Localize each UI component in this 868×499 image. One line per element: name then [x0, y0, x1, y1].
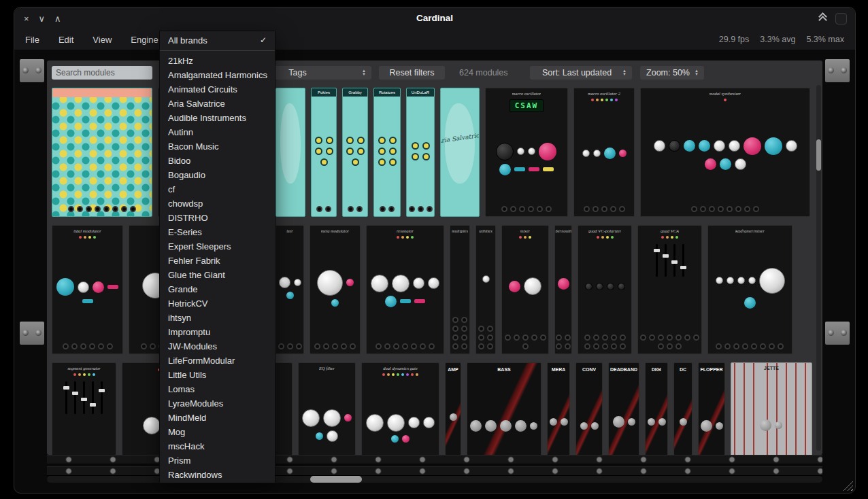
knob-icon [482, 275, 490, 283]
module-preview-dual-dynamics-gate[interactable]: dual dynamics gate [361, 362, 439, 455]
brand-menu-item-ihtsyn[interactable]: ihtsyn [160, 311, 275, 325]
brand-menu-item-impromptu[interactable]: Impromptu [160, 325, 275, 339]
module-preview-macro-oscillator-2[interactable]: macro oscillator 2 [573, 88, 635, 217]
brand-menu-item-glue-the-giant[interactable]: Glue the Giant [160, 268, 275, 282]
module-preview-tidal-modulator[interactable]: tidal modulator [52, 225, 123, 354]
module-preview-rotatoes[interactable]: Rotatoes [373, 88, 401, 217]
port-icon [350, 343, 356, 349]
port-icon [411, 343, 417, 349]
module-preview-izer[interactable]: izer [276, 225, 304, 354]
brand-menu-item-audible-instruments[interactable]: Audible Instruments [160, 111, 275, 125]
brand-menu-item-cf[interactable]: cf [160, 182, 275, 196]
brand-menu-item-aria-salvatrice[interactable]: Aria Salvatrice [160, 97, 275, 111]
brand-menu-item-jw-modules[interactable]: JW-Modules [160, 339, 275, 354]
maximize-button[interactable]: ∧ [54, 14, 61, 24]
module-preview-mera[interactable]: MERA [547, 362, 570, 455]
brand-menu-item-fehler-fabrik[interactable]: Fehler Fabrik [160, 254, 275, 268]
resize-grip[interactable] [843, 481, 853, 491]
port-icon [778, 343, 784, 349]
brand-menu-item-bacon-music[interactable]: Bacon Music [160, 139, 275, 154]
zoom-dropdown[interactable]: Zoom: 50% [640, 66, 704, 80]
rack-rail-plate [825, 322, 850, 345]
port-icon [592, 206, 599, 212]
brand-menu-item-animated-circuits[interactable]: Animated Circuits [160, 82, 275, 97]
menu-file[interactable]: File [25, 35, 39, 45]
brand-menu-item-mschack[interactable]: mscHack [160, 439, 275, 453]
brand-menu-item-rackwindows[interactable]: Rackwindows [160, 468, 275, 482]
brand-menu-item-bogaudio[interactable]: Bogaudio [160, 168, 275, 182]
collapse-all-icon[interactable] [818, 14, 827, 23]
port-icon [556, 343, 562, 349]
port-row [342, 204, 368, 216]
module-preview-digi[interactable]: DIGI [645, 362, 668, 455]
brand-menu-item-chowdsp[interactable]: chowdsp [160, 196, 275, 211]
brand-menu-item-expert-sleepers[interactable]: Expert Sleepers [160, 239, 275, 254]
module-preview-segment-generator[interactable]: segment generator [52, 362, 116, 455]
brand-menu-item-lifeformmodular[interactable]: LifeFormModular [160, 354, 275, 368]
brand-menu-item-21khz[interactable]: 21kHz [160, 54, 275, 68]
port-row [709, 341, 792, 354]
module-preview-pokies[interactable]: Pokies [311, 88, 337, 217]
menu-edit[interactable]: Edit [59, 35, 73, 45]
reset-filters-button[interactable]: Reset filters [379, 66, 445, 80]
knob-icon [389, 137, 397, 144]
brand-menu-item-amalgamated-harmonics[interactable]: Amalgamated Harmonics [160, 68, 275, 82]
brand-menu-item-grande[interactable]: Grande [160, 282, 275, 296]
close-button[interactable]: × [24, 14, 29, 24]
knob-icon [423, 417, 435, 428]
minimize-button[interactable]: ∨ [39, 14, 46, 24]
module-preview-keyframer-mixer[interactable]: keyframer/mixer [707, 225, 792, 354]
module-preview-bernoulli-gate[interactable]: bernoulli gate [554, 225, 572, 354]
module-preview-jette[interactable]: JETTE [731, 362, 812, 455]
module-preview-blank[interactable] [276, 88, 305, 217]
brand-menu-item-mindmeld[interactable]: MindMeld [160, 411, 275, 425]
module-preview-eq-filter[interactable]: EQ filter [298, 362, 356, 455]
brand-menu-item-lyraemodules[interactable]: LyraeModules [160, 396, 275, 411]
brand-menu-item-little-utils[interactable]: Little Utils [160, 368, 275, 382]
horizontal-scrollbar-handle[interactable] [310, 476, 362, 483]
sort-dropdown[interactable]: Sort: Last updated [530, 66, 632, 80]
brand-menu-item-autinn[interactable]: Autinn [160, 125, 275, 139]
knob-icon [619, 150, 627, 157]
knob-icon [517, 148, 524, 155]
module-preview-meta-modulator[interactable]: meta modulator [310, 225, 361, 354]
brand-menu-item-mog[interactable]: Mog [160, 425, 275, 439]
module-preview-mixer[interactable]: mixer [501, 225, 549, 354]
brand-menu-item-all-brands[interactable]: All brands ✓ [160, 33, 275, 48]
module-preview-grabby[interactable]: Grabby [342, 88, 368, 217]
port-icon [141, 343, 147, 349]
module-preview-conv[interactable]: CONV [575, 362, 603, 455]
module-preview-macro-oscillator[interactable]: macro oscillatorCSAW [485, 88, 568, 217]
module-preview-utilities[interactable]: utilities [475, 225, 496, 354]
knob-icon [618, 283, 625, 290]
brand-menu-item-bidoo[interactable]: Bidoo [160, 154, 275, 168]
brand-menu-item-prism[interactable]: Prism [160, 453, 275, 468]
module-preview-multiples[interactable]: multiples [450, 225, 470, 354]
module-preview-blank[interactable]: Aria Salvatrice [440, 88, 480, 217]
brand-menu-item-e-series[interactable]: E-Series [160, 225, 275, 239]
module-preview-amp[interactable]: AMP [445, 362, 461, 455]
module-name: bernoulli gate [555, 228, 571, 233]
module-preview-modal-synthesizer[interactable]: modal synthesizer [640, 88, 810, 217]
module-preview-blank[interactable] [52, 88, 152, 217]
module-preview-resonator[interactable]: resonator [366, 225, 444, 354]
module-preview-bass[interactable]: BASS [467, 362, 541, 455]
module-preview-quad-vc-polarizer[interactable]: quad VC-polarizer [578, 225, 632, 354]
knob-icon [786, 140, 797, 152]
module-preview-undular[interactable]: UnDuLaR [406, 88, 435, 217]
port-icon [565, 343, 571, 349]
knob-area [732, 371, 812, 455]
brand-menu-item-hetrickcv[interactable]: HetrickCV [160, 296, 275, 311]
brand-menu-item-lomas[interactable]: Lomas [160, 382, 275, 396]
brand-menu-item-distrho[interactable]: DISTRHO [160, 211, 275, 225]
module-preview-flopper[interactable]: FLOPPER [698, 362, 725, 455]
menu-view[interactable]: View [93, 35, 112, 45]
knob-icon [93, 281, 104, 293]
port-icon [505, 334, 511, 341]
module-preview-dc[interactable]: DC [673, 362, 692, 455]
module-preview-quad-vca[interactable]: quad VCA [637, 225, 702, 354]
search-input[interactable] [52, 66, 152, 80]
menu-engine[interactable]: Engine [131, 35, 158, 45]
vertical-scrollbar-handle[interactable] [816, 139, 821, 171]
module-preview-deadband[interactable]: DEADBAND [608, 362, 639, 455]
